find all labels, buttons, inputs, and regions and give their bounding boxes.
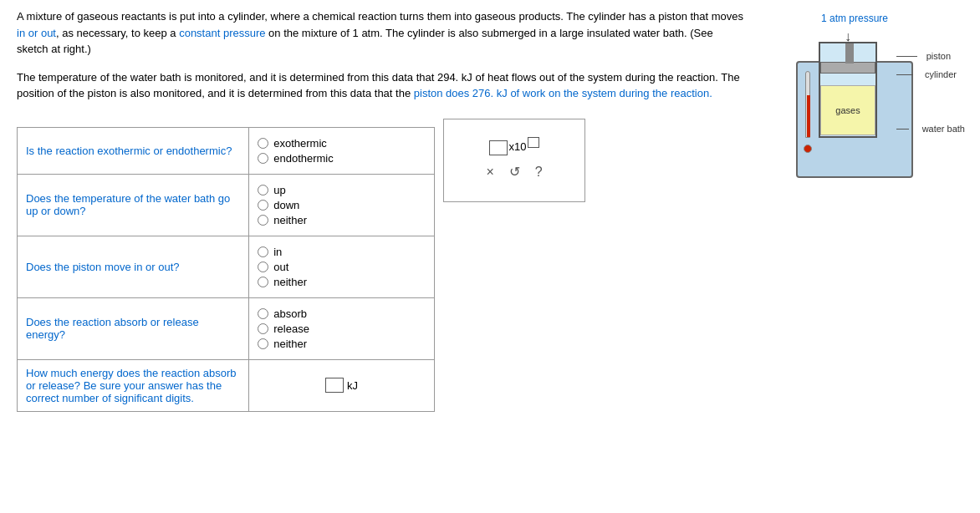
diagram-panel: 1 atm pressure ↓ gases	[763, 8, 963, 412]
q3-neither-label: neither	[273, 276, 307, 288]
q2-up-label: up	[273, 184, 285, 196]
q2-down-label: down	[273, 199, 299, 211]
question-2-label: Does the temperature of the water bath g…	[18, 174, 249, 236]
therm-tube	[805, 71, 810, 138]
q4-neither-label: neither	[273, 338, 307, 350]
q4-release-label: release	[273, 323, 309, 335]
action-row: × ↺ ?	[486, 164, 542, 180]
question-2-options: up down neither	[249, 174, 435, 236]
q1-exothermic-label: exothermic	[273, 137, 327, 150]
undo-button[interactable]: ↺	[509, 164, 520, 180]
diagram-wrapper: ↓ gases	[771, 28, 955, 195]
gases-label: gases	[820, 85, 875, 135]
intro-paragraph-1: A mixture of gaseous reactants is put in…	[17, 8, 746, 58]
q4-absorb-radio[interactable]	[258, 308, 268, 319]
highlight-in-or-out: in or out	[17, 27, 56, 39]
q3-out-label: out	[273, 261, 288, 273]
table-row: Does the temperature of the water bath g…	[18, 174, 435, 236]
question-table: Is the reaction exothermic or endothermi…	[17, 127, 435, 412]
base-input[interactable]	[489, 140, 508, 155]
piston-rod	[845, 43, 854, 63]
q3-in-label: in	[273, 246, 282, 258]
q3-neither-radio[interactable]	[258, 277, 268, 287]
intro-paragraph-2: The temperature of the water bath is mon…	[17, 69, 746, 102]
q2-neither-radio[interactable]	[258, 215, 268, 226]
therm-bulb	[804, 145, 812, 153]
piston-line	[896, 56, 917, 57]
x10-label: x10	[509, 140, 527, 153]
question-5-label: How much energy does the reaction absorb…	[18, 359, 249, 411]
cylinder-line	[896, 74, 913, 75]
piston-label: piston	[926, 51, 951, 61]
table-row: Is the reaction exothermic or endothermi…	[18, 127, 435, 174]
cylinder: gases	[819, 42, 877, 138]
question-1-label: Is the reaction exothermic or endothermi…	[18, 127, 249, 174]
diagram-title: 1 atm pressure	[746, 13, 963, 24]
q2-neither-label: neither	[273, 214, 307, 226]
piston	[820, 62, 875, 74]
table-row: Does the reaction absorb or release ener…	[18, 297, 435, 359]
clear-button[interactable]: ×	[486, 165, 493, 180]
highlight-piston-work: piston does 276. kJ of work on the syste…	[414, 87, 712, 99]
kj-label: kJ	[347, 379, 358, 392]
question-3-label: Does the piston move in or out?	[18, 236, 249, 297]
water-bath-line	[896, 129, 909, 130]
table-row: How much energy does the reaction absorb…	[18, 359, 435, 411]
thermometer	[803, 71, 813, 163]
exponent-input-row: x10	[489, 140, 540, 155]
question-5-answer-cell: kJ	[249, 359, 435, 411]
question-1-options: exothermic endothermic	[249, 127, 435, 174]
q1-exothermic-radio[interactable]	[258, 138, 268, 149]
q4-release-radio[interactable]	[258, 323, 268, 334]
q4-neither-radio[interactable]	[258, 338, 268, 349]
q1-endothermic-radio[interactable]	[258, 153, 268, 164]
cylinder-label: cylinder	[925, 69, 957, 79]
water-bath-label: water bath	[922, 124, 965, 134]
answer-box-area: x10 × ↺ ?	[443, 119, 585, 202]
q3-out-radio[interactable]	[258, 262, 268, 272]
q1-endothermic-label: endothermic	[273, 152, 334, 165]
table-row: Does the piston move in or out? in out	[18, 236, 435, 297]
scientific-notation-panel: x10 × ↺ ?	[443, 119, 585, 412]
q4-absorb-label: absorb	[273, 307, 307, 320]
kj-input-container: kJ	[258, 378, 426, 393]
help-button[interactable]: ?	[535, 165, 543, 180]
water-bath: gases	[796, 61, 913, 178]
question-4-options: absorb release neither	[249, 297, 435, 359]
q2-up-radio[interactable]	[258, 185, 268, 196]
question-4-label: Does the reaction absorb or release ener…	[18, 297, 249, 359]
highlight-constant-pressure: constant pressure	[179, 27, 265, 39]
q3-in-radio[interactable]	[258, 246, 268, 257]
kj-input-box[interactable]	[325, 378, 344, 393]
question-3-options: in out neither	[249, 236, 435, 297]
exponent-input[interactable]	[528, 137, 539, 148]
therm-fill	[807, 95, 810, 137]
q2-down-radio[interactable]	[258, 200, 268, 211]
